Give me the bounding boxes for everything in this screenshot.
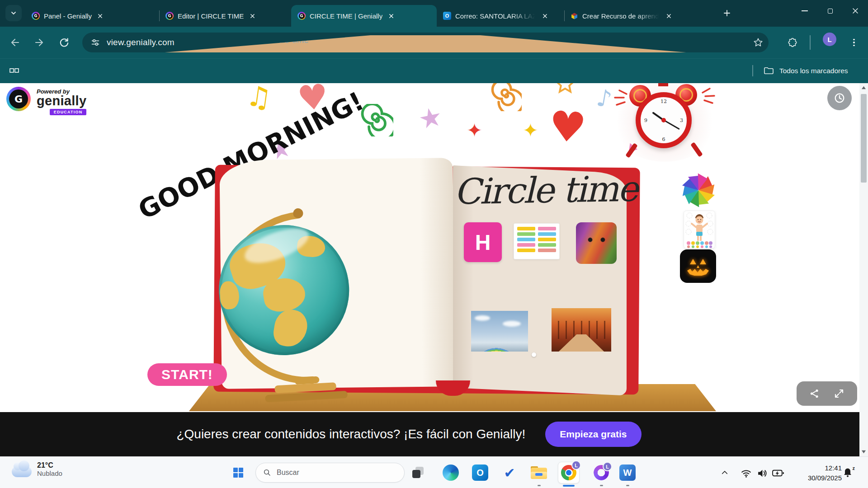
expand-icon [834,388,844,399]
scrollbar-thumb[interactable] [861,94,867,183]
window-minimize-button[interactable] [792,0,817,22]
tab-close-icon[interactable] [248,11,257,20]
genially-viewer-page: G Powered by genially EDUCATION ★ GOOD M… [0,83,859,456]
volume-button[interactable] [757,468,768,479]
genially-favicon-icon: G [32,12,40,20]
all-bookmarks-button[interactable]: Todos los marcadores [779,58,848,83]
new-tab-button[interactable] [721,7,733,19]
taskbar-outlook[interactable]: O [471,464,489,482]
tab-close-icon[interactable] [541,11,550,20]
tray-chevron-button[interactable] [721,469,729,477]
tab-close-icon[interactable] [96,11,105,20]
browser-menu-button[interactable] [851,36,857,49]
url-text: view.genially.com/615dcf5ae82ffe0df28729… [107,38,175,47]
cloud-icon [12,466,32,477]
tab-title: Panel - Genially [44,12,92,20]
weather-condition: Nublado [37,469,62,477]
schedule-thumbnail[interactable] [514,223,560,259]
browser-toolbar: view.genially.com/615dcf5ae82ffe0df28729… [0,27,868,58]
star-outline-icon [554,83,576,95]
heart-icon: ♥ [296,83,330,116]
close-icon [852,8,859,14]
genially-logo[interactable]: G Powered by genially EDUCATION [6,87,86,115]
running-indicator [626,485,629,486]
task-view-button[interactable] [409,464,427,482]
tab-close-icon[interactable] [387,11,396,20]
scroll-down-icon[interactable] [861,449,866,454]
toolbar-divider [810,35,811,50]
task-view-icon [409,464,427,482]
share-icon [809,388,820,399]
site-settings-icon [90,38,100,47]
taskbar-todo[interactable]: ✔ [500,464,519,482]
profile-badge: L [571,460,581,470]
genially-promo-banner: ¿Quieres crear contenidos interactivos? … [0,412,859,456]
star-icon: ★ [416,103,445,133]
signup-cta-button[interactable]: Empieza gratis [545,422,641,447]
puzzle-icon [788,38,797,47]
tab-groups-icon[interactable] [9,66,20,76]
clock-history-icon [833,92,846,104]
education-badge: EDUCATION [50,109,87,115]
profile-badge: L [603,462,612,471]
address-bar[interactable]: view.genially.com/615dcf5ae82ffe0df28729… [82,33,769,52]
outlook-favicon-icon: O [443,12,451,20]
reload-button[interactable] [57,36,70,49]
clock-face: 12 3 6 9 [636,92,692,148]
search-placeholder: Buscar [277,469,299,477]
notifications-button[interactable]: z [842,467,854,479]
star-outline-icon [753,38,763,47]
tab-panel-genially[interactable]: G Panel - Genially [25,5,159,27]
letter-tile-button[interactable]: H [464,222,502,262]
scroll-up-icon[interactable] [861,85,866,90]
taskbar-m365[interactable]: L [592,464,610,482]
history-button[interactable] [827,86,852,110]
taskbar-chrome-active[interactable]: L [558,462,580,483]
tab-search-button[interactable] [5,5,22,21]
rainbow-photo-thumbnail[interactable] [471,311,528,352]
battery-button[interactable] [772,469,784,478]
window-maximize-button[interactable] [817,0,843,22]
bookmarks-divider [752,65,753,76]
tab-close-icon[interactable] [665,11,674,20]
running-indicator [600,485,603,486]
fullscreen-button[interactable] [834,388,844,399]
taskbar-word[interactable]: W [618,464,637,482]
file-explorer-icon [531,466,547,479]
taskbar-file-explorer[interactable] [530,464,548,482]
tab-editor-circle-time[interactable]: G Editor | CIRCLE TIME [159,5,291,27]
share-button[interactable] [809,388,820,399]
tab-circle-time-active[interactable]: G CIRCLE TIME | Genially [291,5,437,27]
plus-icon [723,9,731,17]
start-button[interactable]: START! [147,363,227,386]
taskbar-clock[interactable]: 12:41 30/09/2025 [797,463,842,483]
tab-crear-recurso[interactable]: Crear Recurso de aprendi [564,5,697,27]
tab-correo-outlook[interactable]: O Correo: SANTOLARIA LAZ [437,5,564,27]
page-scrollbar[interactable] [859,83,868,456]
window-close-button[interactable] [843,0,868,22]
profile-avatar[interactable]: L [823,33,836,46]
painted-face-thumbnail[interactable] [576,222,617,264]
autumn-photo-thumbnail[interactable] [552,308,611,352]
weather-widget[interactable]: 21°C Nublado [12,461,62,477]
forward-arrow-icon [34,37,45,48]
word-icon: W [619,465,636,481]
start-menu-button[interactable] [229,464,247,482]
folder-icon[interactable] [763,66,774,76]
clock-time: 12:41 [797,463,842,473]
back-button[interactable] [9,36,21,49]
clock-date: 30/09/2025 [797,473,842,483]
taskbar-search[interactable]: Buscar [255,463,405,483]
genially-favicon-icon: G [297,12,306,20]
taskbar-edge[interactable] [442,464,460,482]
extensions-button[interactable] [786,36,799,49]
wifi-button[interactable] [741,468,752,479]
windows-taskbar: 21°C Nublado Buscar O ✔ L [0,456,868,488]
alarm-knob [658,83,668,86]
viewer-controls [797,381,857,406]
forward-button[interactable] [33,36,46,49]
search-icon [263,469,271,477]
promo-message: ¿Quieres crear contenidos interactivos? … [176,427,525,441]
bookmark-star-button[interactable] [752,36,764,49]
outlook-icon: O [472,465,488,481]
